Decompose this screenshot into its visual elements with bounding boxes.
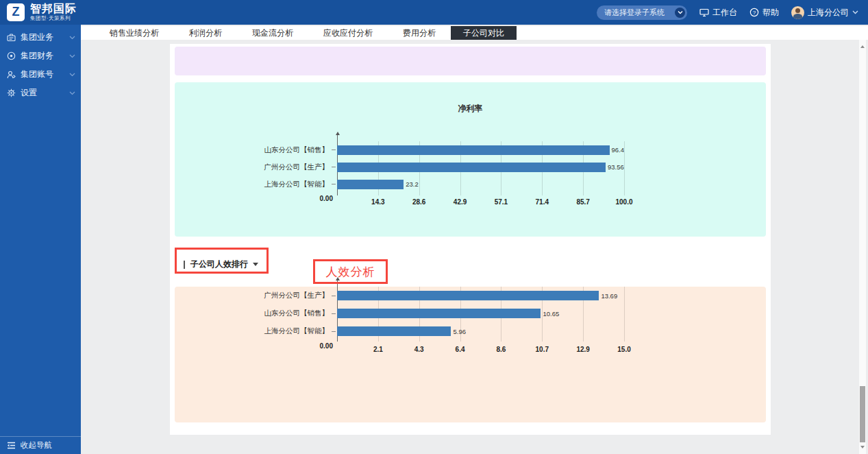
user-avatar	[791, 6, 804, 19]
bar-value-label: 93.56	[608, 163, 624, 171]
bar	[337, 145, 610, 155]
scroll-down-arrow[interactable]	[860, 446, 865, 449]
briefcase-icon	[7, 34, 16, 42]
subsystem-select[interactable]: 请选择登录子系统	[597, 5, 687, 20]
axis-tick-mark	[332, 184, 336, 184]
annotation-label: 人效分析	[326, 264, 375, 280]
workbench-label: 工作台	[712, 7, 737, 19]
sidebar-nav: 集团业务集团财务集团账号设置 收起导航	[0, 25, 81, 454]
help-button[interactable]: ? 帮助	[749, 7, 779, 19]
user-company-label: 上海分公司	[808, 7, 849, 19]
bar-value-label: 10.65	[543, 310, 559, 318]
bar	[337, 309, 541, 318]
x-tick-label: 12.9	[576, 346, 589, 353]
bar	[337, 180, 404, 189]
bar-value-label: 96.4	[612, 146, 625, 154]
x-tick-label: 85.7	[576, 198, 589, 206]
logo-title: 智邦国际	[30, 3, 77, 15]
annotation-box-efficiency: 人效分析	[313, 259, 388, 284]
top-header: Z 智邦国际 集团型·天策系列 请选择登录子系统 工作台 ?	[0, 0, 868, 25]
x-tick-label: 100.0	[615, 198, 632, 206]
chart-bar-row: 山东分公司【销售】96.4	[187, 141, 766, 158]
x-tick-label: 15.0	[617, 346, 630, 353]
sidebar-item-label: 设置	[21, 87, 37, 99]
logo-mark-icon: Z	[7, 3, 25, 21]
chart-staff-efficiency: 广州分公司【生产】13.69山东分公司【销售】10.65上海分公司【智能】5.9…	[175, 287, 766, 422]
sidebar-item[interactable]: 设置	[0, 84, 81, 102]
x-tick-label: 0.00	[320, 342, 333, 350]
chevron-down-icon	[69, 54, 75, 58]
sidebar-item-label: 集团账号	[21, 69, 53, 80]
bar	[337, 163, 606, 172]
collapse-nav-button[interactable]: 收起导航	[0, 436, 81, 454]
x-tick-label: 42.9	[454, 198, 467, 206]
svg-text:?: ?	[753, 10, 756, 16]
logo-subtitle: 集团型·天策系列	[30, 16, 77, 21]
workbench-button[interactable]: 工作台	[699, 7, 737, 19]
tab-利润分析[interactable]: 利润分析	[174, 26, 237, 40]
chevron-down-icon	[69, 91, 75, 95]
chart-title: 净利率	[175, 82, 766, 114]
x-tick-label: 8.6	[496, 346, 506, 353]
bar	[337, 326, 451, 336]
bar-value-label: 13.69	[601, 292, 617, 300]
monitor-icon	[699, 8, 709, 17]
finance-icon	[7, 51, 16, 60]
bar-value-label: 5.96	[453, 328, 466, 335]
scrollbar-thumb[interactable]	[860, 386, 865, 442]
chart-bar-row: 山东分公司【销售】10.65	[187, 304, 766, 322]
chart-block-top-cropped	[175, 47, 766, 75]
bar	[337, 291, 599, 300]
bar-category-label: 上海分公司【智能】	[187, 180, 329, 189]
analysis-tabstrip: 销售业绩分析利润分析现金流分析应收应付分析费用分析子公司对比	[81, 26, 868, 40]
chevron-down-icon	[852, 10, 858, 14]
axis-tick-mark	[332, 313, 336, 314]
chevron-down-icon	[69, 73, 75, 77]
collapse-nav-icon	[7, 442, 16, 449]
app-window: Z 智邦国际 集团型·天策系列 请选择登录子系统 工作台 ?	[0, 0, 868, 454]
tab-现金流分析[interactable]: 现金流分析	[237, 26, 308, 40]
tab-费用分析[interactable]: 费用分析	[388, 26, 451, 40]
sidebar-item[interactable]: 集团业务	[0, 28, 81, 47]
tab-子公司对比[interactable]: 子公司对比	[451, 26, 517, 40]
x-tick-label: 4.3	[414, 346, 424, 353]
bar-value-label: 23.2	[406, 180, 419, 188]
user-menu[interactable]: 上海分公司	[791, 6, 858, 19]
subsystem-select-placeholder: 请选择登录子系统	[604, 8, 665, 18]
sidebar-item[interactable]: 集团账号	[0, 65, 81, 84]
tab-销售业绩分析[interactable]: 销售业绩分析	[95, 26, 174, 40]
x-tick-label: 10.7	[536, 346, 549, 353]
x-tick-label: 14.3	[371, 198, 384, 206]
chart-net-profit-rate: 净利率 山东分公司【销售】96.4广州分公司【生产】93.56上海分公司【智能】…	[175, 82, 766, 237]
axis-tick-mark	[332, 296, 336, 296]
sidebar-item[interactable]: 集团财务	[0, 47, 81, 65]
bar-category-label: 山东分公司【销售】	[187, 309, 329, 318]
x-axis-ticks: 0.002.14.36.48.610.712.915.0	[187, 344, 766, 355]
chevron-down-icon	[69, 36, 75, 40]
gear-icon	[7, 88, 16, 97]
tab-应收应付分析[interactable]: 应收应付分析	[308, 26, 388, 40]
app-logo: Z 智邦国际 集团型·天策系列	[0, 3, 158, 22]
main-content: 销售业绩分析利润分析现金流分析应收应付分析费用分析子公司对比 净利率 山东分公司…	[81, 25, 859, 454]
x-tick-label: 2.1	[373, 346, 383, 353]
x-tick-label: 0.00	[320, 195, 333, 202]
chart-bar-row: 上海分公司【智能】5.96	[187, 322, 766, 340]
help-label: 帮助	[762, 7, 779, 19]
x-axis-ticks: 0.0014.328.642.957.171.485.7100.0	[187, 197, 766, 208]
scroll-up-arrow[interactable]	[860, 45, 865, 48]
collapse-nav-label: 收起导航	[21, 440, 52, 451]
sidebar-item-label: 集团财务	[21, 50, 53, 62]
report-card: 净利率 山东分公司【销售】96.4广州分公司【生产】93.56上海分公司【智能】…	[170, 44, 771, 435]
sidebar-item-label: 集团业务	[21, 32, 53, 43]
x-tick-label: 71.4	[536, 198, 549, 206]
axis-arrow-icon	[336, 132, 340, 135]
bar-category-label: 上海分公司【智能】	[187, 326, 329, 336]
bar-category-label: 广州分公司【生产】	[187, 163, 329, 172]
bar-category-label: 山东分公司【销售】	[187, 145, 329, 155]
chart-bar-row: 广州分公司【生产】93.56	[187, 158, 766, 176]
chart-bar-row: 广州分公司【生产】13.69	[187, 287, 766, 304]
annotation-box-section-header	[175, 248, 269, 274]
x-tick-label: 6.4	[456, 346, 465, 353]
caret-down-icon	[675, 8, 685, 18]
x-tick-label: 57.1	[495, 198, 508, 206]
